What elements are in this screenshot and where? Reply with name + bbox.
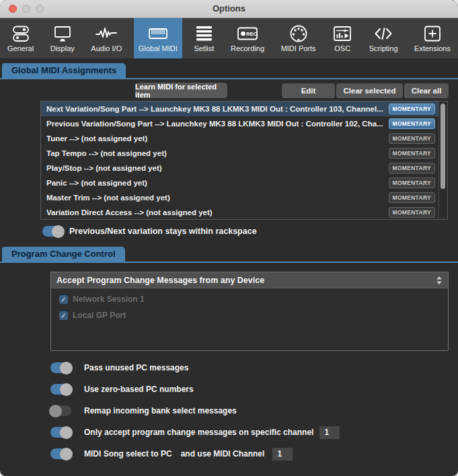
device-row[interactable]: ✓Local GP Port	[51, 307, 448, 323]
toolbar-item-label: Scripting	[369, 44, 398, 52]
learn-midi-button[interactable]: Learn MIDI for selected item	[135, 83, 227, 98]
zoom-button[interactable]	[36, 5, 44, 13]
momentary-badge[interactable]: MOMENTARY	[389, 192, 435, 203]
edit-button[interactable]: Edit	[282, 83, 335, 98]
momentary-badge[interactable]: MOMENTARY	[389, 177, 435, 188]
updown-arrows-icon	[436, 276, 443, 285]
toolbar-item-label: Setlist	[194, 44, 214, 52]
midi-channel-input[interactable]	[272, 448, 293, 461]
toolbar-item-setlist[interactable]: Setlist	[189, 18, 219, 58]
tab-underline	[0, 78, 458, 79]
momentary-badge[interactable]: MOMENTARY	[389, 207, 435, 218]
momentary-badge[interactable]: MOMENTARY	[389, 163, 435, 173]
toolbar-item-label: MIDI Ports	[281, 44, 316, 52]
pc-option-toggle[interactable]	[50, 427, 71, 438]
plus-box-icon	[423, 25, 442, 43]
momentary-badge[interactable]: MOMENTARY	[389, 104, 435, 114]
tab-underline	[0, 262, 458, 263]
midi-din-icon	[289, 25, 308, 43]
device-selector-value: Accept Program Change Messages from any …	[56, 276, 264, 285]
assignment-label: Play/Stop --> (not assigned yet)	[46, 164, 162, 172]
assignment-row[interactable]: Play/Stop --> (not assigned yet)MOMENTAR…	[41, 161, 447, 175]
svg-text:REC: REC	[246, 31, 257, 37]
device-checkbox[interactable]: ✓	[59, 311, 68, 320]
assignment-row[interactable]: Master Trim --> (not assigned yet)MOMENT…	[41, 190, 447, 205]
momentary-badge[interactable]: MOMENTARY	[389, 148, 435, 159]
device-label: Local GP Port	[73, 311, 126, 320]
pc-option-row: Only accept program change messages on s…	[50, 426, 453, 439]
device-checkbox[interactable]: ✓	[59, 295, 68, 304]
toolbar-item-extensions[interactable]: Extensions	[410, 18, 455, 58]
clear-all-button[interactable]: Clear all	[404, 83, 449, 98]
close-button[interactable]	[9, 5, 17, 13]
assignment-row[interactable]: Next Variation/Song Part --> Launchkey M…	[41, 102, 447, 116]
assignment-label: Panic --> (not assigned yet)	[46, 179, 147, 187]
assignment-row[interactable]: Tuner --> (not assigned yet)MOMENTARY	[41, 131, 447, 146]
assignment-label: Next Variation/Song Part --> Launchkey M…	[46, 105, 383, 113]
toolbar-item-label: Audio I/O	[91, 44, 122, 52]
toolbar-item-midi-ports[interactable]: MIDI Ports	[276, 18, 321, 58]
toolbar-item-label: Recording	[231, 44, 264, 52]
pc-option-row: Use zero-based PC numbers	[50, 383, 453, 396]
list-icon	[194, 25, 213, 43]
rec-icon: REC	[236, 25, 259, 43]
toolbar-item-general[interactable]: General	[3, 18, 38, 58]
pc-option-toggle[interactable]	[50, 384, 71, 395]
window-title: Options	[0, 0, 458, 17]
device-label: Network Session 1	[73, 294, 145, 304]
assignment-row[interactable]: Previous Variation/Song Part --> Launchk…	[41, 116, 447, 131]
pc-option-label: Pass unused PC messages	[84, 363, 188, 372]
code-icon	[373, 25, 393, 43]
tab-program-change-control[interactable]: Program Change Control	[2, 247, 125, 262]
toolbar-item-label: General	[7, 44, 34, 52]
osc-mixer-icon	[332, 25, 352, 43]
pc-option-label: Use zero-based PC numbers	[84, 385, 194, 394]
assignment-row[interactable]: Panic --> (not assigned yet)MOMENTARY	[41, 175, 447, 190]
toolbar-item-recording[interactable]: REC Recording	[226, 18, 269, 58]
pc-option-label-2: and use MIDI Channel	[181, 449, 265, 459]
device-row[interactable]: ✓Network Session 1	[51, 291, 448, 307]
pc-option-row: Pass unused PC messages	[50, 361, 453, 374]
pc-option-toggle[interactable]	[50, 405, 71, 416]
minimize-button[interactable]	[22, 5, 30, 13]
assignment-label: Variation Direct Access --> (not assigne…	[46, 208, 213, 216]
toolbar-item-label: Global MIDI	[139, 44, 178, 52]
midi-channel-input[interactable]	[319, 426, 340, 439]
toolbar-item-audio-io[interactable]: Audio I/O	[86, 18, 126, 58]
assignment-row[interactable]: Variation Direct Access --> (not assigne…	[41, 205, 447, 220]
pc-option-toggle[interactable]	[50, 362, 71, 373]
toolbar-item-display[interactable]: Display	[46, 18, 79, 58]
pc-option-row: Remap incoming bank select messages	[50, 404, 453, 418]
toolbar-item-scripting[interactable]: Scripting	[365, 18, 403, 58]
toolbar-item-osc[interactable]: OSC	[328, 18, 357, 58]
options-window: Options General Display Audio I/O	[0, 0, 458, 476]
scrollbar[interactable]	[438, 102, 447, 219]
scrollbar-thumb[interactable]	[441, 104, 445, 189]
pc-option-toggle[interactable]	[50, 448, 71, 459]
assignment-label: Tuner --> (not assigned yet)	[46, 134, 147, 143]
title-bar: Options	[0, 0, 458, 18]
assignments-list: Next Variation/Song Part --> Launchkey M…	[40, 101, 448, 220]
assignment-label: Master Trim --> (not assigned yet)	[46, 194, 170, 202]
device-selector[interactable]: Accept Program Change Messages from any …	[51, 272, 448, 288]
toolbar-item-label: OSC	[334, 44, 350, 52]
clear-selected-button[interactable]: Clear selected	[336, 83, 403, 98]
assignment-row[interactable]: Tap Tempo --> (not assigned yet)MOMENTAR…	[41, 146, 447, 161]
options-toolbar: General Display Audio I/O Global MIDI	[0, 18, 458, 59]
momentary-badge[interactable]: MOMENTARY	[389, 118, 435, 129]
toggles-icon	[11, 25, 31, 43]
monitor-icon	[52, 25, 73, 43]
program-change-device-box: Accept Program Change Messages from any …	[50, 272, 449, 351]
assignment-label: Previous Variation/Song Part --> Launchk…	[46, 120, 383, 128]
keyboard-icon	[147, 25, 169, 43]
waveform-icon	[95, 25, 118, 43]
tab-global-midi-assignments[interactable]: Global MIDI Assignments	[2, 63, 126, 78]
toolbar-item-global-midi[interactable]: Global MIDI	[134, 18, 182, 58]
momentary-badge[interactable]: MOMENTARY	[389, 133, 435, 144]
toolbar-item-label: Display	[50, 44, 75, 52]
pc-option-label: Remap incoming bank select messages	[84, 406, 237, 415]
assignment-label: Tap Tempo --> (not assigned yet)	[46, 149, 167, 157]
rackspace-toggle[interactable]	[42, 226, 63, 237]
pc-option-label: MIDI Song select to PC	[84, 449, 172, 459]
rackspace-toggle-label: Previous/Next variation stays within rac…	[69, 227, 257, 236]
